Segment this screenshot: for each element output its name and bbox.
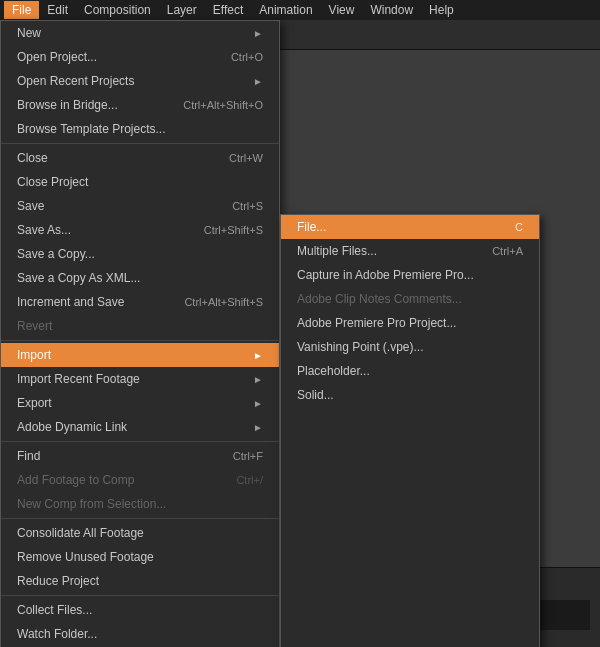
submenu-placeholder-label: Placeholder... [297, 362, 370, 380]
submenu-vanishing-point[interactable]: Vanishing Point (.vpe)... [281, 335, 539, 359]
menu-watch-folder[interactable]: Watch Folder... [1, 622, 279, 646]
menu-open-project[interactable]: Open Project... Ctrl+O [1, 45, 279, 69]
submenu-solid-label: Solid... [297, 386, 334, 404]
menu-adobe-dynamic-link[interactable]: Adobe Dynamic Link ► [1, 415, 279, 439]
menu-export-label: Export [17, 394, 52, 412]
menu-browse-bridge[interactable]: Browse in Bridge... Ctrl+Alt+Shift+O [1, 93, 279, 117]
menu-save-copy[interactable]: Save a Copy... [1, 242, 279, 266]
file-menu-panel: New ► Open Project... Ctrl+O Open Recent… [0, 20, 280, 647]
menu-import-recent-arrow: ► [253, 372, 263, 387]
submenu-multiple-files-label: Multiple Files... [297, 242, 377, 260]
menu-new-label: New [17, 24, 41, 42]
menu-browse-bridge-shortcut: Ctrl+Alt+Shift+O [183, 97, 263, 114]
menu-revert-label: Revert [17, 317, 52, 335]
menu-add-footage-label: Add Footage to Comp [17, 471, 134, 489]
submenu-file-label: File... [297, 218, 326, 236]
sep-3 [1, 441, 279, 442]
menubar-effect[interactable]: Effect [205, 1, 251, 19]
sep-5 [1, 595, 279, 596]
menu-open-project-shortcut: Ctrl+O [231, 49, 263, 66]
menu-import-recent-label: Import Recent Footage [17, 370, 140, 388]
menu-browse-template[interactable]: Browse Template Projects... [1, 117, 279, 141]
menu-close-label: Close [17, 149, 48, 167]
menu-browse-bridge-label: Browse in Bridge... [17, 96, 118, 114]
menubar-window[interactable]: Window [362, 1, 421, 19]
menu-increment-save-label: Increment and Save [17, 293, 124, 311]
menu-consolidate[interactable]: Consolidate All Footage [1, 521, 279, 545]
menu-save-as[interactable]: Save As... Ctrl+Shift+S [1, 218, 279, 242]
menu-new-comp-selection-label: New Comp from Selection... [17, 495, 166, 513]
menu-new[interactable]: New ► [1, 21, 279, 45]
menu-import[interactable]: Import ► [1, 343, 279, 367]
menu-open-recent-arrow: ► [253, 74, 263, 89]
import-submenu-panel: File... C Multiple Files... Ctrl+A Captu… [280, 214, 540, 647]
menubar-composition[interactable]: Composition [76, 1, 159, 19]
menu-close-project-label: Close Project [17, 173, 88, 191]
submenu-multiple-files[interactable]: Multiple Files... Ctrl+A [281, 239, 539, 263]
menu-new-comp-selection[interactable]: New Comp from Selection... [1, 492, 279, 516]
submenu-clip-notes[interactable]: Adobe Clip Notes Comments... [281, 287, 539, 311]
submenu-premiere-project[interactable]: Adobe Premiere Pro Project... [281, 311, 539, 335]
sep-4 [1, 518, 279, 519]
menu-collect-files[interactable]: Collect Files... [1, 598, 279, 622]
menu-remove-unused[interactable]: Remove Unused Footage [1, 545, 279, 569]
menu-save-copy-xml-label: Save a Copy As XML... [17, 269, 140, 287]
menu-open-recent[interactable]: Open Recent Projects ► [1, 69, 279, 93]
submenu-capture-premiere[interactable]: Capture in Adobe Premiere Pro... [281, 263, 539, 287]
menubar: File Edit Composition Layer Effect Anima… [0, 0, 600, 20]
menu-new-arrow: ► [253, 26, 263, 41]
menu-add-footage[interactable]: Add Footage to Comp Ctrl+/ [1, 468, 279, 492]
sep-2 [1, 340, 279, 341]
menu-open-recent-label: Open Recent Projects [17, 72, 134, 90]
menu-save-shortcut: Ctrl+S [232, 198, 263, 215]
submenu-vanishing-point-label: Vanishing Point (.vpe)... [297, 338, 424, 356]
submenu-capture-premiere-label: Capture in Adobe Premiere Pro... [297, 266, 474, 284]
submenu-file-shortcut: C [515, 219, 523, 236]
menu-close-project[interactable]: Close Project [1, 170, 279, 194]
menu-export-arrow: ► [253, 396, 263, 411]
menu-import-arrow: ► [253, 348, 263, 363]
menu-save-copy-xml[interactable]: Save a Copy As XML... [1, 266, 279, 290]
menu-remove-unused-label: Remove Unused Footage [17, 548, 154, 566]
sep-1 [1, 143, 279, 144]
submenu-file[interactable]: File... C [281, 215, 539, 239]
menu-collect-files-label: Collect Files... [17, 601, 92, 619]
menubar-layer[interactable]: Layer [159, 1, 205, 19]
menu-increment-save[interactable]: Increment and Save Ctrl+Alt+Shift+S [1, 290, 279, 314]
menu-find[interactable]: Find Ctrl+F [1, 444, 279, 468]
menu-save[interactable]: Save Ctrl+S [1, 194, 279, 218]
submenu-placeholder[interactable]: Placeholder... [281, 359, 539, 383]
menu-add-footage-shortcut: Ctrl+/ [236, 472, 263, 489]
menu-find-shortcut: Ctrl+F [233, 448, 263, 465]
menubar-animation[interactable]: Animation [251, 1, 320, 19]
dropdown-overlay: New ► Open Project... Ctrl+O Open Recent… [0, 20, 540, 647]
menubar-edit[interactable]: Edit [39, 1, 76, 19]
menu-reduce-project-label: Reduce Project [17, 572, 99, 590]
menu-save-as-label: Save As... [17, 221, 71, 239]
menubar-file[interactable]: File [4, 1, 39, 19]
submenu-solid[interactable]: Solid... [281, 383, 539, 407]
menu-reduce-project[interactable]: Reduce Project [1, 569, 279, 593]
menu-open-project-label: Open Project... [17, 48, 97, 66]
submenu-multiple-files-shortcut: Ctrl+A [492, 243, 523, 260]
submenu-clip-notes-label: Adobe Clip Notes Comments... [297, 290, 462, 308]
menu-close-shortcut: Ctrl+W [229, 150, 263, 167]
menu-adobe-dynamic-link-label: Adobe Dynamic Link [17, 418, 127, 436]
menu-export[interactable]: Export ► [1, 391, 279, 415]
menu-save-label: Save [17, 197, 44, 215]
menu-adobe-dynamic-link-arrow: ► [253, 420, 263, 435]
menu-import-label: Import [17, 346, 51, 364]
menu-close[interactable]: Close Ctrl+W [1, 146, 279, 170]
menu-save-as-shortcut: Ctrl+Shift+S [204, 222, 263, 239]
menu-consolidate-label: Consolidate All Footage [17, 524, 144, 542]
menubar-help[interactable]: Help [421, 1, 462, 19]
menu-browse-template-label: Browse Template Projects... [17, 120, 166, 138]
submenu-premiere-project-label: Adobe Premiere Pro Project... [297, 314, 456, 332]
menu-revert[interactable]: Revert [1, 314, 279, 338]
menu-save-copy-label: Save a Copy... [17, 245, 95, 263]
menu-find-label: Find [17, 447, 40, 465]
menu-import-recent[interactable]: Import Recent Footage ► [1, 367, 279, 391]
menu-watch-folder-label: Watch Folder... [17, 625, 97, 643]
menu-increment-save-shortcut: Ctrl+Alt+Shift+S [184, 294, 263, 311]
menubar-view[interactable]: View [321, 1, 363, 19]
